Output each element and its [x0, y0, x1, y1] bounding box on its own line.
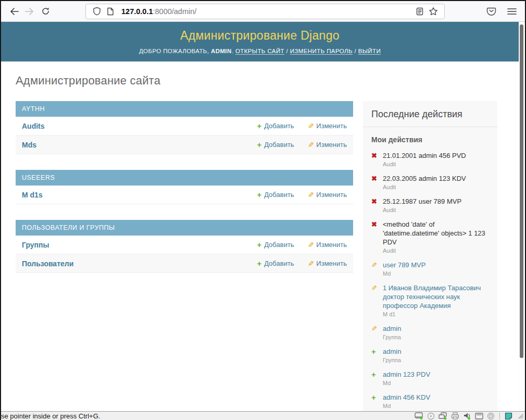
recent-action-item: ✖ <method 'date' of 'datetime.datetime' … — [371, 220, 490, 254]
logout-link[interactable]: ВЫЙТИ — [358, 48, 381, 55]
app-module: USEEERS M d1s +Добавить ✎Изменить — [16, 170, 353, 204]
printer-icon[interactable] — [451, 412, 459, 419]
browser-window: 127.0.0.1:8000/admin/ Администрирование … — [0, 0, 526, 420]
clipboard-note-icon[interactable] — [505, 412, 512, 420]
model-row: M d1s +Добавить ✎Изменить — [16, 186, 353, 204]
network-icon[interactable] — [439, 412, 447, 420]
recent-actions-title: Последние действия — [363, 101, 497, 127]
back-arrow-icon — [11, 8, 18, 15]
model-row: Mds +Добавить ✎Изменить — [16, 135, 353, 154]
model-link[interactable]: Mds — [22, 141, 36, 149]
pencil-icon: ✎ — [308, 141, 314, 149]
module-caption: USEEERS — [16, 170, 353, 186]
page-content: Администрирование Django ДОБРО ПОЖАЛОВАТ… — [1, 22, 519, 411]
model-link[interactable]: M d1s — [22, 191, 43, 199]
pocket-icon[interactable] — [484, 5, 498, 18]
audio-icon[interactable] — [463, 412, 471, 420]
action-model-label: Группа — [383, 334, 490, 340]
scrollbar-thumb[interactable] — [520, 24, 523, 358]
action-object-link[interactable]: admin — [383, 347, 490, 356]
recent-action-item: ✎ admin Группа — [371, 324, 490, 340]
action-object-link[interactable]: 1 Иванов Владимир Тарасович доктор техни… — [383, 283, 490, 310]
action-model-label: M d1 — [383, 311, 490, 317]
model-link[interactable]: Audits — [22, 122, 45, 130]
browser-toolbar: 127.0.0.1:8000/admin/ — [1, 1, 525, 22]
vm-status-icons — [415, 412, 525, 420]
change-link[interactable]: ✎Изменить — [308, 122, 347, 130]
statusbar-message: se pointer inside or press Ctrl+G. — [1, 412, 100, 420]
bookmark-star-icon[interactable] — [427, 5, 440, 18]
modules-column: AYTHH Audits +Добавить ✎Изменить Mds +До… — [16, 101, 353, 411]
change-link[interactable]: ✎Изменить — [308, 191, 347, 199]
back-button[interactable] — [6, 4, 22, 19]
recording-icon[interactable] — [487, 412, 495, 420]
shield-icon[interactable] — [90, 5, 104, 18]
action-model-label: Audit — [383, 161, 490, 167]
plus-icon: + — [257, 190, 261, 199]
pencil-icon: ✎ — [308, 260, 314, 268]
recent-action-item: + admin Группа — [371, 347, 490, 363]
admin-header: Администрирование Django ДОБРО ПОЖАЛОВАТ… — [1, 22, 519, 61]
module-caption: AYTHH — [16, 101, 353, 117]
action-object-link[interactable]: admin — [383, 324, 490, 333]
reload-icon — [41, 7, 50, 16]
model-link[interactable]: Группы — [22, 241, 49, 249]
plus-icon: + — [257, 240, 261, 249]
action-object-link[interactable]: admin 123 PDV — [383, 370, 490, 379]
delete-icon: ✖ — [371, 151, 377, 160]
recent-action-item: + admin 123 PDV Md — [371, 370, 490, 386]
display-icon[interactable] — [475, 413, 483, 419]
action-model-label: Audit — [383, 184, 490, 190]
model-row: Пользователи +Добавить ✎Изменить — [16, 254, 353, 273]
reload-button[interactable] — [37, 4, 53, 19]
optical-disk-icon[interactable] — [427, 412, 435, 420]
app-module: AYTHH Audits +Добавить ✎Изменить Mds +До… — [16, 101, 353, 154]
url-bar[interactable]: 127.0.0.1:8000/admin/ — [85, 4, 445, 19]
reader-mode-icon[interactable] — [413, 5, 427, 18]
pencil-icon: ✎ — [308, 241, 314, 249]
welcome-bar: ДОБРО ПОЖАЛОВАТЬ, ADMIN. ОТКРЫТЬ САЙТ / … — [1, 48, 519, 54]
action-object-link: <method 'date' of 'datetime.datetime' ob… — [383, 220, 490, 246]
delete-icon: ✖ — [371, 220, 377, 229]
forward-button[interactable] — [22, 4, 37, 19]
statusbar-separator — [499, 413, 500, 419]
add-link[interactable]: +Добавить — [257, 140, 294, 149]
plus-icon: + — [257, 121, 261, 130]
recent-actions-sidebar: Последние действия Мои действия ✖ 21.01.… — [363, 101, 497, 411]
change-link[interactable]: ✎Изменить — [308, 141, 347, 149]
action-model-label: Md — [383, 270, 490, 277]
app-module: ПОЛЬЗОВАТЕЛИ И ГРУППЫ Группы +Добавить ✎… — [16, 220, 353, 273]
action-object-link: 22.03.2005 admin 123 KDV — [383, 174, 490, 183]
view-site-link[interactable]: ОТКРЫТЬ САЙТ — [235, 48, 284, 55]
add-link[interactable]: +Добавить — [257, 259, 294, 268]
change-link[interactable]: ✎Изменить — [308, 241, 347, 249]
recent-action-item: ✖ 25.12.1987 user 789 MVP Audit — [371, 197, 490, 213]
change-icon: ✎ — [371, 324, 377, 333]
action-list: ✖ 21.01.2001 admin 456 PVD Audit ✖ 22.03… — [371, 151, 490, 409]
model-link[interactable]: Пользователи — [22, 260, 73, 268]
action-object-link[interactable]: admin 456 KDV — [383, 393, 490, 402]
action-model-label: Md — [383, 380, 490, 386]
plus-icon: + — [257, 259, 261, 268]
page-info-icon[interactable] — [104, 5, 117, 18]
change-link[interactable]: ✎Изменить — [308, 260, 347, 268]
plus-icon: + — [257, 140, 261, 149]
action-object-link[interactable]: user 789 MVP — [383, 261, 490, 269]
menu-hamburger-icon[interactable] — [505, 5, 519, 18]
module-rows: Audits +Добавить ✎Изменить Mds +Добавить… — [16, 117, 353, 154]
add-link[interactable]: +Добавить — [257, 240, 294, 249]
recent-action-item: ✖ 21.01.2001 admin 456 PVD Audit — [371, 151, 490, 167]
action-object-link: 25.12.1987 user 789 MVP — [383, 197, 490, 206]
recent-action-item: + admin 456 KDV Md — [371, 393, 490, 409]
change-password-link[interactable]: ИЗМЕНИТЬ ПАРОЛЬ — [290, 48, 353, 55]
resize-grip[interactable] — [517, 413, 523, 419]
url-text: 127.0.0.1:8000/admin/ — [121, 7, 196, 16]
url-host: 127.0.0.1 — [121, 7, 153, 16]
add-link[interactable]: +Добавить — [257, 121, 294, 130]
hard-disk-icon[interactable] — [415, 412, 423, 419]
add-link[interactable]: +Добавить — [257, 190, 294, 199]
vertical-scrollbar[interactable] — [519, 22, 525, 411]
add-icon: + — [371, 393, 376, 402]
pencil-icon: ✎ — [308, 191, 314, 199]
url-path: :8000/admin/ — [153, 7, 196, 16]
